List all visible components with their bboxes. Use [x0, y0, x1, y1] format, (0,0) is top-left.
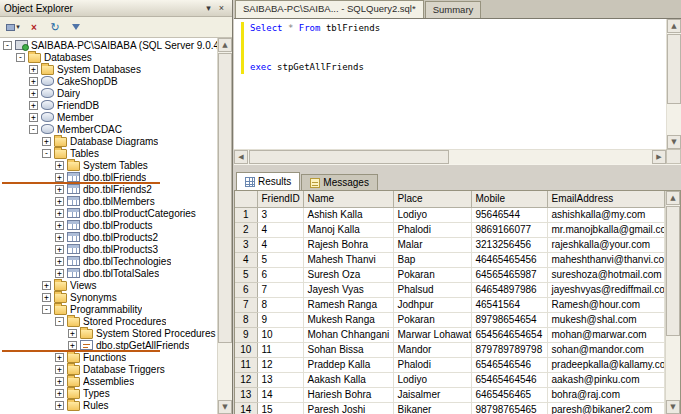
cell-mobile[interactable]: 6546546546: [471, 357, 547, 372]
tree-item-views[interactable]: +Views: [0, 279, 217, 291]
cell-emailaddress[interactable]: sohan@mandor.com: [547, 342, 665, 357]
scroll-right-icon[interactable]: ▶: [652, 150, 666, 164]
scroll-down-icon[interactable]: ▼: [667, 135, 681, 149]
editor-horizontal-scrollbar[interactable]: ◀ ▶: [234, 149, 666, 164]
expand-toggle-icon[interactable]: +: [68, 329, 77, 338]
cell-place[interactable]: Phalodi: [393, 357, 471, 372]
row-number[interactable]: 6: [235, 282, 257, 297]
cell-mobile[interactable]: 6465456465: [471, 387, 547, 402]
scrollbar-thumb[interactable]: [249, 150, 449, 164]
tree-item-programmability[interactable]: -Programmability: [0, 303, 217, 315]
expand-toggle-icon[interactable]: +: [55, 233, 64, 242]
column-header-mobile[interactable]: Mobile: [471, 191, 547, 207]
cell-name[interactable]: Sohan Bissa: [303, 342, 393, 357]
scroll-left-icon[interactable]: ◀: [234, 150, 248, 164]
cell-place[interactable]: Jaisalmer: [393, 387, 471, 402]
expand-toggle-icon[interactable]: +: [68, 341, 77, 350]
cell-friendid[interactable]: 6: [257, 267, 303, 282]
filter-button[interactable]: [67, 19, 85, 36]
cell-emailaddress[interactable]: sureshoza@hotmail.com: [547, 267, 665, 282]
cell-friendid[interactable]: 10: [257, 327, 303, 342]
row-number[interactable]: 14: [235, 402, 257, 414]
column-header-name[interactable]: Name: [303, 191, 393, 207]
cell-name[interactable]: Mukesh Ranga: [303, 312, 393, 327]
scrollbar-thumb[interactable]: [667, 34, 681, 104]
expand-toggle-icon[interactable]: +: [55, 161, 64, 170]
query-editor[interactable]: Select * From tblFriends exec stpGetAllF…: [234, 19, 681, 149]
expand-toggle-icon[interactable]: +: [29, 77, 38, 86]
cell-name[interactable]: Mohan Chhangani: [303, 327, 393, 342]
collapse-toggle-icon[interactable]: -: [29, 125, 38, 134]
cell-name[interactable]: Ramesh Ranga: [303, 297, 393, 312]
column-header-friendid[interactable]: FriendID: [257, 191, 303, 207]
cell-friendid[interactable]: 15: [257, 402, 303, 414]
cell-emailaddress[interactable]: maheshthanvi@thanvi.com: [547, 252, 665, 267]
tree-item-database-diagrams[interactable]: +Database Diagrams: [0, 135, 217, 147]
tree-item-system-databases[interactable]: +System Databases: [0, 63, 217, 75]
cell-place[interactable]: Malar: [393, 237, 471, 252]
scroll-up-icon[interactable]: ▲: [667, 19, 681, 33]
scrollbar-thumb[interactable]: [666, 206, 680, 336]
row-number[interactable]: 5: [235, 267, 257, 282]
editor-vertical-scrollbar[interactable]: ▲ ▼: [666, 19, 681, 149]
cell-emailaddress[interactable]: bohra@raj.com: [547, 387, 665, 402]
cell-name[interactable]: Aakash Kalla: [303, 372, 393, 387]
tree-item-dbo-tbltechnologies[interactable]: +dbo.tblTechnologies: [0, 255, 217, 267]
cell-name[interactable]: Mahesh Thanvi: [303, 252, 393, 267]
expand-toggle-icon[interactable]: +: [55, 269, 64, 278]
row-number[interactable]: 8: [235, 312, 257, 327]
cell-place[interactable]: Lodiyo: [393, 372, 471, 387]
cell-place[interactable]: Pokaran: [393, 312, 471, 327]
cell-friendid[interactable]: 9: [257, 312, 303, 327]
tree-item-saibaba-pc-saibaba-sql-server-9-0-4035-saibaba-p[interactable]: -SAIBABA-PC\SAIBABA (SQL Server 9.0.4035…: [0, 39, 217, 51]
cell-friendid[interactable]: 3: [257, 207, 303, 222]
cell-name[interactable]: Hariesh Bohra: [303, 387, 393, 402]
tree-item-database-triggers[interactable]: +Database Triggers: [0, 363, 217, 375]
tree-item-dbo-tblproducts[interactable]: +dbo.tblProducts: [0, 219, 217, 231]
cell-emailaddress[interactable]: paresh@bikaner2.com: [547, 402, 665, 414]
collapse-toggle-icon[interactable]: -: [3, 41, 12, 50]
cell-friendid[interactable]: 12: [257, 357, 303, 372]
collapse-toggle-icon[interactable]: -: [16, 53, 25, 62]
cell-emailaddress[interactable]: ashishkalla@my.com: [547, 207, 665, 222]
expand-toggle-icon[interactable]: +: [42, 293, 51, 302]
tree-item-synonyms[interactable]: +Synonyms: [0, 291, 217, 303]
expand-toggle-icon[interactable]: +: [29, 65, 38, 74]
cell-mobile[interactable]: 879789789798: [471, 342, 547, 357]
cell-place[interactable]: Marwar Lohawat: [393, 327, 471, 342]
window-menu-icon[interactable]: ▾: [202, 3, 215, 13]
tree-item-system-tables[interactable]: +System Tables: [0, 159, 217, 171]
cell-emailaddress[interactable]: jayeshvyas@rediffmail.com: [547, 282, 665, 297]
cell-emailaddress[interactable]: pradeepkalla@kallamy.com: [547, 357, 665, 372]
cell-name[interactable]: Praddep Kalla: [303, 357, 393, 372]
row-number[interactable]: 7: [235, 297, 257, 312]
expand-toggle-icon[interactable]: +: [55, 185, 64, 194]
expand-toggle-icon[interactable]: +: [55, 221, 64, 230]
results-vertical-scrollbar[interactable]: ▲ ▼: [665, 191, 680, 414]
cell-mobile[interactable]: 64654897986: [471, 282, 547, 297]
scroll-up-icon[interactable]: ▲: [666, 191, 680, 205]
collapse-toggle-icon[interactable]: -: [55, 317, 64, 326]
cell-place[interactable]: Jodhpur: [393, 297, 471, 312]
cell-emailaddress[interactable]: mr.manojbkalla@gmail.com: [547, 222, 665, 237]
column-header-emailaddress[interactable]: EmailAddress: [547, 191, 665, 207]
cell-mobile[interactable]: 654564654654: [471, 327, 547, 342]
cell-mobile[interactable]: 89798654654: [471, 312, 547, 327]
cell-friendid[interactable]: 11: [257, 342, 303, 357]
row-number[interactable]: 10: [235, 342, 257, 357]
pane-splitter[interactable]: [234, 164, 681, 172]
tree-item-dairy[interactable]: +Dairy: [0, 87, 217, 99]
cell-place[interactable]: Bap: [393, 252, 471, 267]
tree-item-dbo-tblproductcategories[interactable]: +dbo.tblProductCategories: [0, 207, 217, 219]
cell-emailaddress[interactable]: Ramesh@hour.com: [547, 297, 665, 312]
tab-results[interactable]: Results: [236, 172, 300, 190]
grid-corner-cell[interactable]: [235, 191, 257, 207]
row-number[interactable]: 4: [235, 252, 257, 267]
expand-toggle-icon[interactable]: +: [29, 101, 38, 110]
cell-mobile[interactable]: 65465464546: [471, 372, 547, 387]
tab-saibaba-pc-saiba-sqlquery2-sql[interactable]: SAIBABA-PC\SAIBA... - SQLQuery2.sql*: [235, 0, 424, 18]
scrollbar-thumb[interactable]: [218, 53, 232, 343]
tab-summary[interactable]: Summary: [425, 1, 482, 18]
cell-emailaddress[interactable]: mohan@marwar.com: [547, 327, 665, 342]
row-number[interactable]: 11: [235, 357, 257, 372]
